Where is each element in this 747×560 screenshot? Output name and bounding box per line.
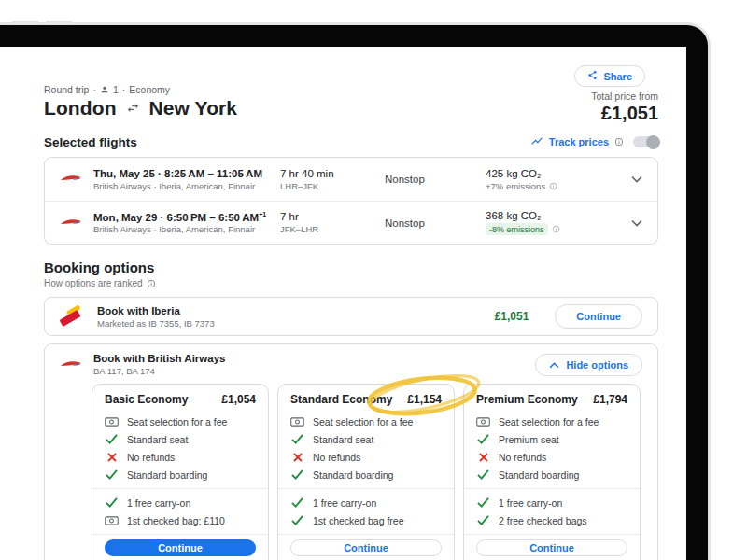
option-title: Book with British Airways [93,353,225,364]
divider [278,488,454,489]
fare-card-premium-economy: Premium Economy £1,794 Seat selection fo… [463,384,641,560]
destination-city: New York [149,97,238,119]
page-header: Round trip · 1 · Economy London New York… [44,65,658,133]
fare-name: Basic Economy [105,393,188,406]
share-icon [587,70,598,82]
track-prices: Track prices [530,134,658,149]
british-airways-logo-icon [60,171,93,188]
chevron-up-icon [549,359,559,371]
fare-price: £1,154 [407,393,442,406]
total-price-label: Total price from [591,91,658,102]
fare-feature: Standard boarding [290,466,442,483]
flight-row-outbound[interactable]: Thu, May 25 · 8:25 AM – 11:05 AM British… [45,158,657,201]
cross-icon [105,453,119,462]
share-label: Share [603,71,632,82]
continue-button[interactable]: Continue [476,539,627,556]
flight-emissions: 425 kg CO₂ [486,168,626,179]
fare-name: Standard Economy [290,393,392,406]
share-button[interactable]: Share [574,65,645,87]
check-icon [105,434,119,444]
trip-type-label: Round trip [44,84,89,95]
fare-price: £1,794 [593,393,627,406]
british-airways-logo-icon [60,357,93,373]
total-price-value: £1,051 [601,103,658,124]
fare-baggage: 1 free carry-on [476,494,627,511]
fare-feature: Standard seat [290,430,442,448]
passenger-count: 1 [113,84,119,95]
chevron-down-icon[interactable] [631,219,642,227]
hide-options-button[interactable]: Hide options [535,354,642,376]
flight-duration: 7 hr 40 min [280,168,385,179]
emissions-badge: -8% emissions [486,223,548,235]
flight-schedule: Mon, May 29 · 6:50 PM – 6:50 AM+1 [93,211,280,223]
flight-schedule: Thu, May 25 · 8:25 AM – 11:05 AM [93,167,280,179]
flight-route: JFK–LHR [280,224,385,234]
check-icon [290,434,304,444]
bezel-tab-right [46,21,72,25]
route-title: London New York [44,97,237,119]
fare-feature: Standard seat [105,430,256,448]
continue-button[interactable]: Continue [105,539,256,556]
flight-stops: Nonstop [385,217,486,229]
check-icon [290,515,304,525]
fare-feature: Standard boarding [476,466,627,483]
fare-baggage: 1st checked bag: £110 [105,511,256,529]
fare-card-basic-economy: Basic Economy £1,054 Seat selection for … [92,384,269,560]
booking-option-british-airways: Book with British Airways BA 117, BA 174… [44,343,658,560]
chevron-down-icon[interactable] [631,175,642,183]
check-icon [476,469,490,480]
option-price: £1,051 [495,310,529,323]
cross-icon [290,453,304,462]
fare-feature: No refunds [290,448,442,466]
iberia-logo-icon [60,305,84,328]
money-icon [476,416,490,427]
divider [92,488,268,489]
fare-feature: No refunds [476,448,627,466]
booking-option-iberia: Book with Iberia Marketed as IB 7355, IB… [44,297,658,336]
fare-baggage: 2 free checked bags [476,511,627,529]
origin-city: London [44,97,117,119]
flight-duration: 7 hr [280,211,385,222]
booking-options-title: Booking options [44,259,658,275]
fare-card-standard-economy: Standard Economy £1,154 Seat selection f… [277,384,455,560]
track-prices-label[interactable]: Track prices [549,136,609,147]
selected-flights-card: Thu, May 25 · 8:25 AM – 11:05 AM British… [44,157,658,245]
check-icon [476,497,490,508]
ranking-note: How options are ranked [44,278,658,288]
swap-cities-icon [125,97,141,119]
option-subtitle: BA 117, BA 174 [93,366,225,376]
check-icon [290,469,304,480]
passenger-icon [100,85,109,94]
divider [278,534,454,535]
check-icon [105,469,119,480]
flight-route: LHR–JFK [280,181,385,191]
info-icon[interactable] [552,225,560,233]
money-icon [105,416,119,427]
cabin-label: Economy [129,84,170,95]
divider [464,488,640,489]
fare-feature: Seat selection for a fee [290,413,442,430]
continue-button[interactable]: Continue [290,539,442,556]
bezel-tab-left [12,21,38,25]
flight-emissions: 368 kg CO₂ [486,210,626,221]
track-prices-toggle[interactable] [633,136,658,147]
info-icon[interactable] [147,279,156,288]
toggle-knob [646,135,660,149]
money-icon [105,515,119,526]
fare-price: £1,054 [221,393,256,406]
trip-meta: Round trip · 1 · Economy [44,84,170,95]
fare-feature: Seat selection for a fee [105,413,256,430]
fare-baggage: 1 free carry-on [105,494,256,511]
british-airways-logo-icon [60,215,93,231]
info-icon[interactable] [614,137,624,147]
divider [92,534,268,535]
selected-flights-title: Selected flights [44,135,137,149]
fare-feature: No refunds [105,448,256,466]
cross-icon [476,453,490,462]
money-icon [290,416,304,427]
flight-row-return[interactable]: Mon, May 29 · 6:50 PM – 6:50 AM+1 Britis… [45,201,657,244]
flight-carriers: British Airways · Iberia, American, Finn… [93,181,280,191]
continue-button[interactable]: Continue [555,304,642,329]
info-icon[interactable] [549,182,557,190]
fare-feature: Standard boarding [105,466,256,483]
